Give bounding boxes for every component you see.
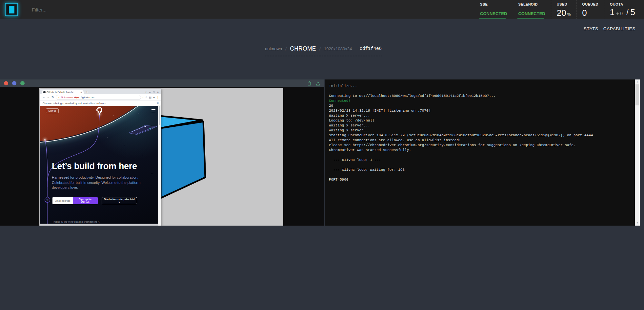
log-line: --- x11vnc loop: waiting for: 198 bbox=[329, 167, 632, 172]
stat-queued-label: QUEUED bbox=[582, 2, 598, 6]
session-user: unknown bbox=[265, 46, 282, 51]
session-log-output[interactable]: Initialize...Connecting to ws://localhos… bbox=[325, 79, 635, 226]
github-headline: Let’s build from here bbox=[52, 161, 152, 171]
close-icon[interactable]: × bbox=[157, 91, 159, 94]
session-browser: CHROME bbox=[290, 45, 316, 52]
log-line bbox=[329, 89, 632, 94]
new-tab-button[interactable]: + bbox=[86, 91, 88, 94]
stat-used-value: 20 bbox=[557, 9, 566, 17]
log-line bbox=[329, 153, 632, 158]
browser-tab-title: GitHub: Let's build from he bbox=[47, 91, 80, 93]
stat-used-unit: % bbox=[567, 12, 571, 17]
code-icon: <> bbox=[45, 197, 50, 203]
vnc-screen[interactable]: GitHub: Let's build from he × + ▾ – □ × … bbox=[0, 87, 324, 226]
log-line bbox=[329, 163, 632, 167]
log-line: PORT=5900 bbox=[329, 177, 632, 182]
browser-tab[interactable]: GitHub: Let's build from he × bbox=[42, 90, 84, 94]
log-line: Connected! bbox=[329, 99, 632, 103]
maximize-icon[interactable]: □ bbox=[153, 91, 155, 94]
session-id-link[interactable]: cdf1f4e6 bbox=[360, 46, 382, 51]
github-cta-row: Sign up for GitHub Start a free enterpri… bbox=[52, 197, 137, 204]
log-line: Please see https://chromedriver.chromium… bbox=[329, 143, 632, 148]
browser-toolbar: ← → ↻ ▲ Not secure https ://github.com ‹… bbox=[40, 94, 161, 100]
not-secure-warning-icon: ▲ bbox=[58, 96, 60, 99]
log-line: Waiting X server... bbox=[329, 123, 632, 128]
signup-github-button[interactable]: Sign up for GitHub bbox=[73, 197, 98, 204]
stat-quota-slash: / bbox=[626, 8, 628, 17]
log-line: Starting ChromeDriver 104.0.5112.79 (3cf… bbox=[329, 133, 632, 138]
status-bar: SSE CONNECTED SELENOID CONNECTED USED 20… bbox=[474, 0, 641, 19]
github-logo-icon[interactable] bbox=[96, 107, 102, 113]
tab-capabilities[interactable]: CAPABILITIES bbox=[603, 26, 635, 31]
toolbar-right-icons: ‹ ☆ ▤ ● ⋮ bbox=[143, 96, 159, 99]
tab-search-icon[interactable]: ▾ bbox=[145, 91, 147, 94]
clipboard-icon[interactable] bbox=[307, 81, 312, 86]
log-scrollbar-thumb[interactable] bbox=[635, 84, 639, 105]
log-scrollbar[interactable]: ▲ ▼ bbox=[635, 79, 640, 226]
scroll-down-icon[interactable]: ▼ bbox=[635, 221, 640, 225]
session-resolution: 1920x1080x24 bbox=[324, 46, 352, 51]
stat-sse-value: CONNECTED bbox=[480, 11, 507, 16]
remote-desktop[interactable]: GitHub: Let's build from he × + ▾ – □ × … bbox=[39, 88, 283, 226]
back-icon[interactable]: ← bbox=[42, 96, 45, 99]
address-bar[interactable]: ▲ Not secure https ://github.com bbox=[56, 95, 141, 100]
stat-quota-pending: + 0 bbox=[616, 11, 623, 16]
glow-dot bbox=[99, 113, 100, 115]
trusted-line: Trusted by the world’s leading organizat… bbox=[52, 221, 100, 223]
session-row[interactable]: unknown / CHROME / 1920x1080x24 cdf1f4e6 bbox=[265, 41, 382, 56]
automation-infobar: Chrome is being controlled by automated … bbox=[40, 100, 161, 106]
stat-selenoid-value: CONNECTED bbox=[518, 11, 545, 16]
share-icon[interactable]: ‹ bbox=[143, 96, 144, 99]
stat-queued-value: 0 bbox=[582, 9, 587, 17]
not-secure-label: Not secure bbox=[61, 96, 73, 99]
log-line: 2023/02/13 14:32:16 [INIT] [Listening on… bbox=[329, 108, 632, 113]
nav-tabs: STATS CAPABILITIES bbox=[584, 26, 635, 31]
stat-quota-used: 1 bbox=[610, 8, 614, 16]
browser-tabstrip: GitHub: Let's build from he × + ▾ – □ × bbox=[40, 89, 161, 94]
enterprise-trial-button[interactable]: Start a free enterprise trial > bbox=[102, 197, 137, 204]
infobar-close-icon[interactable]: × bbox=[157, 101, 159, 105]
stat-queued: QUEUED 0 bbox=[576, 0, 604, 19]
upload-icon[interactable] bbox=[316, 81, 320, 86]
menu-dots-icon[interactable]: ⋮ bbox=[156, 96, 159, 99]
log-line: All remote connections are allowed. Use … bbox=[329, 138, 632, 143]
log-line: ChromeDriver was started successfully. bbox=[329, 148, 632, 153]
glow-dot bbox=[44, 139, 46, 141]
email-field[interactable] bbox=[52, 197, 73, 204]
url-text: ://github.com bbox=[80, 96, 94, 99]
separator: / bbox=[319, 46, 321, 52]
automation-infobar-text: Chrome is being controlled by automated … bbox=[43, 102, 107, 105]
minimize-icon[interactable]: – bbox=[149, 91, 151, 94]
bookmark-star-icon[interactable]: ☆ bbox=[145, 96, 147, 99]
close-dot-button[interactable] bbox=[4, 81, 8, 85]
fullscreen-dot-button[interactable] bbox=[20, 81, 25, 85]
app-header: SSE CONNECTED SELENOID CONNECTED USED 20… bbox=[0, 0, 644, 19]
vnc-window: GitHub: Let's build from he × + ▾ – □ × … bbox=[0, 79, 324, 226]
profile-avatar-icon[interactable]: ● bbox=[153, 96, 155, 99]
stat-quota-total: 5 bbox=[631, 8, 635, 16]
log-line: Waiting X server... bbox=[329, 128, 632, 133]
scroll-up-icon[interactable]: ▲ bbox=[635, 80, 640, 84]
forward-icon[interactable]: → bbox=[47, 96, 50, 99]
stat-selenoid: SELENOID CONNECTED bbox=[513, 0, 551, 19]
log-line: Initialize... bbox=[329, 84, 632, 89]
tab-close-icon[interactable]: × bbox=[80, 91, 82, 94]
hamburger-menu-icon[interactable] bbox=[151, 109, 155, 113]
log-line bbox=[329, 172, 632, 177]
log-line: Connecting to ws://localhost:8080/ws/log… bbox=[329, 94, 632, 99]
minimize-dot-button[interactable] bbox=[12, 81, 16, 85]
log-line: Logging to: /dev/null bbox=[329, 118, 632, 123]
github-page: Sign up Let’s build from here Harnessed … bbox=[40, 106, 161, 226]
github-signup-chip[interactable]: Sign up bbox=[46, 108, 59, 113]
reload-icon[interactable]: ↻ bbox=[51, 96, 54, 99]
browser-window-controls: ▾ – □ × bbox=[145, 91, 160, 94]
stat-selenoid-label: SELENOID bbox=[518, 2, 545, 6]
side-panel-icon[interactable]: ▤ bbox=[149, 96, 152, 99]
stat-used: USED 20 % bbox=[551, 0, 576, 19]
tab-stats[interactable]: STATS bbox=[584, 26, 598, 31]
browser-scrollbar[interactable] bbox=[158, 105, 161, 226]
filter-input[interactable] bbox=[31, 0, 170, 19]
log-line: 20 bbox=[329, 103, 632, 108]
browser-scrollbar-thumb[interactable] bbox=[159, 106, 160, 125]
remote-browser-window[interactable]: GitHub: Let's build from he × + ▾ – □ × … bbox=[40, 89, 161, 226]
